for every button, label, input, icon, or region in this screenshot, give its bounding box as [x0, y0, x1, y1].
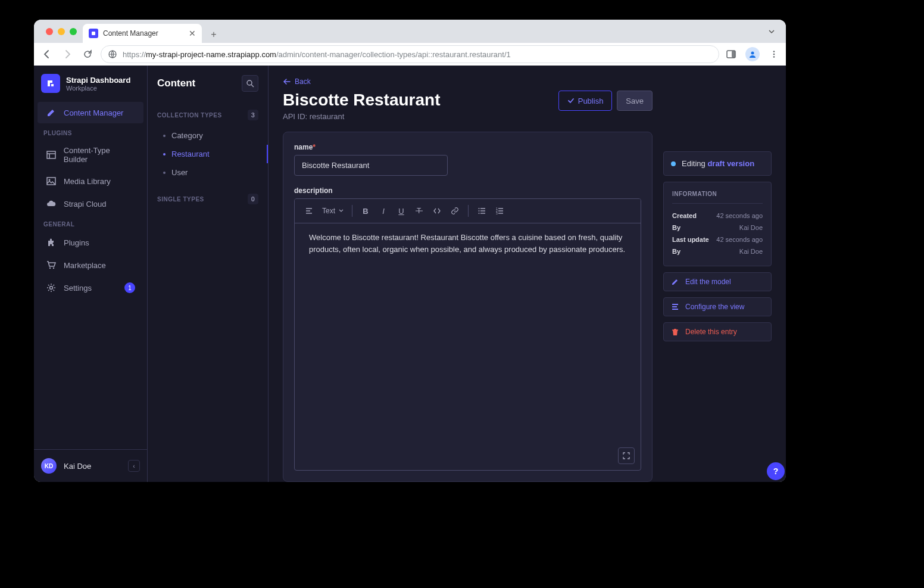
maximize-window-button[interactable] — [70, 28, 77, 35]
single-types-count: 0 — [248, 194, 258, 204]
url-field[interactable]: https://my-strapi-project-name.strapiapp… — [101, 45, 719, 63]
collapse-sidebar-button[interactable]: ‹ — [128, 460, 140, 472]
entry-aside: Editing draft version INFORMATION Create… — [663, 77, 772, 482]
description-label: description — [294, 186, 641, 195]
sidebar-item-label: Media Library — [64, 177, 111, 186]
collection-item-user[interactable]: User — [157, 163, 258, 182]
bold-icon[interactable]: B — [357, 203, 374, 219]
publish-label: Publish — [578, 97, 604, 105]
sidebar-general-label: GENERAL — [34, 215, 147, 231]
bullet-icon — [163, 172, 166, 174]
arrow-left-icon — [283, 77, 291, 86]
sidebar-item-settings[interactable]: Settings 1 — [38, 277, 143, 298]
forward-button[interactable] — [60, 47, 74, 61]
code-icon[interactable] — [429, 203, 445, 219]
link-icon[interactable] — [447, 203, 463, 219]
tab-favicon-icon — [89, 29, 98, 38]
svg-point-3 — [751, 52, 754, 55]
back-link[interactable]: Back — [283, 77, 653, 86]
sidebar-item-content-type-builder[interactable]: Content-Type Builder — [38, 141, 143, 169]
svg-point-6 — [773, 56, 775, 58]
publish-button[interactable]: Publish — [558, 91, 613, 111]
svg-rect-2 — [732, 51, 735, 58]
bullet-list-icon[interactable] — [473, 203, 490, 219]
info-title: INFORMATION — [672, 191, 763, 204]
edit-model-button[interactable]: Edit the model — [663, 272, 772, 291]
content-search-button[interactable] — [242, 75, 258, 92]
new-tab-button[interactable]: + — [205, 26, 222, 43]
tab-bar: Content Manager ✕ + — [34, 20, 786, 43]
back-button[interactable] — [40, 47, 54, 61]
back-label: Back — [295, 77, 311, 86]
close-tab-icon[interactable]: ✕ — [189, 29, 196, 38]
sidebar-item-media-library[interactable]: Media Library — [38, 170, 143, 192]
text-style-dropdown[interactable]: Text — [319, 203, 347, 219]
italic-icon[interactable]: I — [375, 203, 392, 219]
tab-dropdown-button[interactable] — [763, 24, 780, 39]
strikethrough-icon[interactable]: T — [411, 203, 427, 219]
status-box: Editing draft version — [663, 151, 772, 176]
address-bar: https://my-strapi-project-name.strapiapp… — [34, 43, 786, 66]
browser-tab[interactable]: Content Manager ✕ — [83, 24, 202, 43]
configure-view-button[interactable]: Configure the view — [663, 297, 772, 316]
browser-window: Content Manager ✕ + https://my-strapi-pr… — [34, 20, 786, 482]
info-row: ByKai Doe — [672, 222, 763, 234]
page-title: Biscotte Restaurant — [283, 91, 441, 110]
check-icon — [567, 97, 575, 104]
svg-rect-7 — [47, 151, 55, 158]
sidebar-item-content-manager[interactable]: Content Manager — [38, 102, 143, 123]
strapi-logo-icon — [41, 74, 60, 93]
svg-point-23 — [479, 210, 480, 211]
numbered-list-icon[interactable]: 123 — [491, 203, 508, 219]
richtext-toolbar: Text B I U T — [295, 199, 641, 223]
collection-item-label: Category — [171, 131, 203, 140]
svg-line-16 — [251, 85, 254, 87]
content-panel-title: Content — [157, 77, 195, 89]
sidebar-item-strapi-cloud[interactable]: Strapi Cloud — [38, 193, 143, 214]
tab-title: Content Manager — [103, 29, 158, 38]
profile-icon[interactable] — [745, 47, 760, 61]
sidebar-item-marketplace[interactable]: Marketplace — [38, 254, 143, 276]
close-window-button[interactable] — [46, 28, 53, 35]
list-icon — [671, 303, 679, 311]
menu-icon[interactable] — [768, 48, 780, 60]
trash-icon — [671, 328, 679, 336]
sidebar-header: Strapi Dashboard Workplace — [34, 66, 147, 101]
api-id: API ID: restaurant — [283, 112, 441, 121]
sidebar-plugins-label: PLUGINS — [34, 124, 147, 140]
main-editor: Back Biscotte Restaurant API ID: restaur… — [269, 66, 786, 482]
cog-icon — [46, 282, 57, 293]
collection-types-count: 3 — [248, 110, 258, 120]
user-avatar[interactable]: KD — [41, 458, 57, 474]
collection-item-category[interactable]: Category — [157, 126, 258, 145]
name-input[interactable] — [294, 155, 448, 176]
sidebar-item-label: Settings — [64, 284, 92, 293]
collection-types-label: COLLECTION TYPES — [157, 112, 222, 119]
svg-point-12 — [49, 267, 51, 269]
info-row: Last update42 seconds ago — [672, 234, 763, 245]
collection-item-label: User — [171, 168, 188, 177]
svg-point-22 — [479, 208, 480, 209]
help-button[interactable]: ? — [767, 462, 785, 480]
sidebar-item-label: Content-Type Builder — [64, 146, 135, 164]
action-label: Delete this entry — [685, 328, 737, 336]
user-name: Kai Doe — [64, 462, 91, 471]
status-dot-icon — [671, 161, 676, 166]
description-content[interactable]: Welcome to Biscotte restaurant! Restaura… — [295, 223, 641, 470]
expand-icon — [623, 452, 630, 459]
sidebar-item-plugins[interactable]: Plugins — [38, 232, 143, 253]
description-editor: Text B I U T — [294, 198, 641, 471]
main-sidebar: Strapi Dashboard Workplace Content Manag… — [34, 66, 148, 482]
bullet-icon — [163, 135, 166, 137]
save-button[interactable]: Save — [617, 91, 653, 111]
collection-item-restaurant[interactable]: Restaurant — [157, 145, 258, 163]
reload-button[interactable] — [80, 47, 95, 61]
delete-entry-button[interactable]: Delete this entry — [663, 322, 772, 341]
underline-icon[interactable]: U — [393, 203, 410, 219]
panel-icon[interactable] — [725, 48, 737, 60]
expand-editor-button[interactable] — [618, 447, 635, 464]
minimize-window-button[interactable] — [58, 28, 65, 35]
align-icon[interactable] — [301, 203, 317, 219]
svg-point-14 — [50, 287, 53, 290]
svg-text:3: 3 — [496, 211, 498, 215]
